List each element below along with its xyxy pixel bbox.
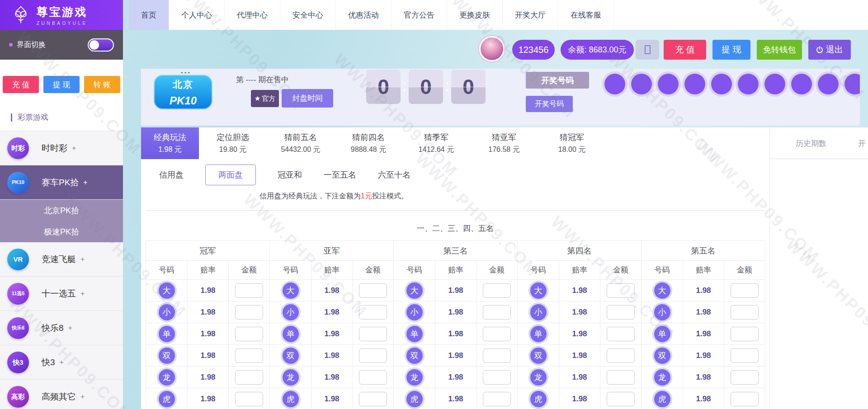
bet-option-button[interactable]: 小	[406, 304, 423, 320]
play-tab[interactable]: 定位胆选19.80 元	[199, 127, 267, 159]
interface-toggle-switch[interactable]	[88, 38, 114, 52]
bet-amount-input[interactable]	[607, 305, 635, 320]
nav-item[interactable]: 安全中心	[280, 0, 336, 30]
logout-button[interactable]: 退出	[808, 40, 851, 60]
bet-amount-input[interactable]	[235, 370, 263, 385]
sidebar-item[interactable]: VR竞速飞艇+	[0, 242, 123, 277]
bet-amount-input[interactable]	[359, 327, 387, 341]
bet-option-button[interactable]: 双	[530, 348, 547, 364]
bet-option-button[interactable]: 小	[283, 304, 299, 320]
bet-amount-input[interactable]	[731, 392, 759, 406]
sidebar-item[interactable]: PK10赛车PK拾+	[0, 165, 123, 200]
bet-option-button[interactable]: 大	[530, 282, 547, 299]
nav-item[interactable]: 代理中心	[225, 0, 280, 30]
nav-item[interactable]: 开奖大厅	[503, 0, 558, 30]
play-tab[interactable]: 猜季军1412.64 元	[402, 127, 470, 159]
board-tab[interactable]: 六至十名	[378, 169, 410, 180]
bet-option-button[interactable]: 龙	[530, 369, 547, 385]
bet-option-button[interactable]: 龙	[406, 369, 423, 385]
bet-option-button[interactable]: 大	[406, 282, 423, 299]
bet-amount-input[interactable]	[483, 283, 511, 298]
bet-option-button[interactable]: 龙	[654, 369, 670, 385]
bet-option-button[interactable]: 虎	[530, 391, 547, 407]
seal-time-button[interactable]: 封盘时间	[282, 89, 333, 108]
bet-option-button[interactable]: 双	[654, 348, 670, 364]
board-tab[interactable]: 信用盘	[159, 169, 184, 180]
bet-amount-input[interactable]	[731, 370, 759, 385]
bet-option-button[interactable]: 单	[283, 326, 299, 342]
bet-amount-input[interactable]	[731, 305, 759, 320]
sidebar-transfer-button[interactable]: 转 账	[84, 76, 120, 93]
play-tab[interactable]: 猜冠军18.00 元	[538, 127, 606, 159]
username-badge[interactable]: 123456	[512, 40, 555, 60]
bet-amount-input[interactable]	[607, 283, 635, 298]
bet-amount-input[interactable]	[359, 392, 387, 406]
bet-option-button[interactable]: 虎	[654, 391, 670, 407]
board-tab[interactable]: 冠亚和	[278, 169, 302, 180]
withdraw-button[interactable]: 提 现	[712, 40, 750, 60]
bet-amount-input[interactable]	[359, 370, 387, 385]
sidebar-withdraw-button[interactable]: 提 现	[43, 76, 80, 93]
beijing-pk10-logo[interactable]: 北京 PK10	[154, 75, 212, 109]
bet-amount-input[interactable]	[483, 392, 511, 406]
play-tab[interactable]: 猜前四名9888.48 元	[335, 127, 402, 159]
bet-option-button[interactable]: 双	[159, 348, 175, 364]
bet-option-button[interactable]: 小	[159, 304, 175, 320]
refresh-balance-button[interactable]	[636, 40, 659, 60]
bet-option-button[interactable]: 单	[406, 326, 423, 342]
nav-item[interactable]: 在线客服	[558, 0, 614, 30]
bet-amount-input[interactable]	[607, 348, 635, 363]
bet-amount-input[interactable]	[731, 283, 759, 298]
bet-option-button[interactable]: 龙	[159, 369, 175, 385]
bet-option-button[interactable]: 龙	[283, 369, 299, 385]
bet-option-button[interactable]: 单	[654, 326, 670, 342]
bet-amount-input[interactable]	[483, 327, 511, 341]
bet-amount-input[interactable]	[731, 327, 759, 341]
avatar[interactable]	[479, 36, 505, 61]
bet-option-button[interactable]: 虎	[283, 391, 299, 407]
bet-option-button[interactable]: 双	[283, 348, 299, 364]
sidebar-item[interactable]: 快3快3+	[0, 345, 123, 380]
bet-amount-input[interactable]	[607, 370, 635, 385]
bet-option-button[interactable]: 单	[159, 326, 175, 342]
bet-amount-input[interactable]	[359, 305, 387, 320]
bet-amount-input[interactable]	[235, 327, 263, 341]
bet-amount-input[interactable]	[483, 348, 511, 363]
board-tab[interactable]: 两面盘	[205, 165, 256, 185]
bet-amount-input[interactable]	[235, 283, 263, 298]
nav-item[interactable]: 优惠活动	[336, 0, 392, 30]
sidebar-item[interactable]: 快乐8快乐8+	[0, 311, 123, 345]
bet-option-button[interactable]: 大	[283, 282, 299, 299]
sidebar-recharge-button[interactable]: 充 值	[3, 76, 39, 93]
sidebar-item[interactable]: 高彩高频其它+	[0, 380, 123, 409]
sidebar-item[interactable]: 11选5十一选五+	[0, 277, 123, 311]
bet-option-button[interactable]: 虎	[406, 391, 423, 407]
bet-amount-input[interactable]	[359, 348, 387, 363]
play-tab[interactable]: 猜亚军176.58 元	[470, 127, 538, 159]
draw-numbers-button-bottom[interactable]: 开奖号码	[526, 96, 573, 112]
bet-option-button[interactable]: 大	[159, 282, 175, 299]
sidebar-subitem[interactable]: 极速PK拾	[0, 221, 123, 242]
play-tab[interactable]: 经典玩法1.98 元	[141, 127, 199, 159]
official-button[interactable]: ★ 官方	[251, 90, 279, 107]
draw-numbers-button-top[interactable]: 开奖号码	[526, 72, 589, 89]
bet-option-button[interactable]: 小	[530, 304, 547, 320]
nav-item[interactable]: 更换皮肤	[447, 0, 503, 30]
sidebar-item[interactable]: 时彩时时彩+	[0, 131, 123, 165]
free-wallet-button[interactable]: 免转钱包	[757, 40, 802, 60]
bet-amount-input[interactable]	[235, 305, 263, 320]
bet-amount-input[interactable]	[607, 327, 635, 341]
bet-option-button[interactable]: 双	[406, 348, 423, 364]
recharge-button[interactable]: 充 值	[664, 40, 706, 60]
nav-item[interactable]: 官方公告	[392, 0, 447, 30]
bet-amount-input[interactable]	[359, 283, 387, 298]
sidebar-subitem[interactable]: 北京PK拾	[0, 200, 123, 221]
bet-option-button[interactable]: 单	[530, 326, 547, 342]
bet-amount-input[interactable]	[235, 348, 263, 363]
play-tab[interactable]: 猜前五名54432.00 元	[267, 127, 335, 159]
board-tab[interactable]: 一至五名	[324, 169, 356, 180]
nav-item[interactable]: 个人中心	[169, 0, 225, 30]
bet-amount-input[interactable]	[607, 392, 635, 406]
bet-option-button[interactable]: 大	[654, 282, 670, 299]
bet-amount-input[interactable]	[235, 392, 263, 406]
